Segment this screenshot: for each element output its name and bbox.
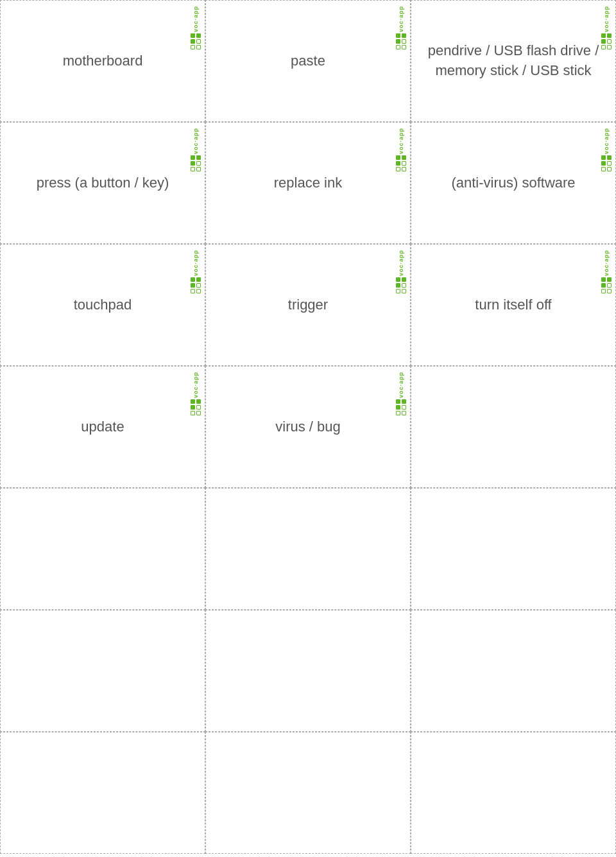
voc-badge: voc·app <box>190 372 201 415</box>
voc-badge: voc·app <box>395 6 407 49</box>
flashcard-grid: voc·appmotherboardvoc·apppastevoc·apppen… <box>0 0 616 854</box>
card-pendrive[interactable]: voc·apppendrive / USB flash drive / memo… <box>411 0 616 122</box>
card-replace-ink[interactable]: voc·appreplace ink <box>205 122 411 244</box>
card-empty-12[interactable] <box>411 366 616 488</box>
voc-badge: voc·app <box>190 128 201 171</box>
card-turn-off[interactable]: voc·appturn itself off <box>411 244 616 366</box>
voc-badge: voc·app <box>601 128 612 171</box>
card-empty-16[interactable] <box>0 610 205 732</box>
card-empty-19[interactable] <box>0 732 205 854</box>
card-paste[interactable]: voc·apppaste <box>205 0 411 122</box>
card-empty-15[interactable] <box>411 488 616 610</box>
card-motherboard[interactable]: voc·appmotherboard <box>0 0 205 122</box>
card-update[interactable]: voc·appupdate <box>0 366 205 488</box>
voc-badge: voc·app <box>601 250 612 293</box>
voc-badge: voc·app <box>190 250 201 293</box>
card-text-pendrive: pendrive / USB flash drive / memory stic… <box>424 41 603 81</box>
card-trigger[interactable]: voc·apptrigger <box>205 244 411 366</box>
card-text-trigger: trigger <box>288 295 328 315</box>
card-empty-21[interactable] <box>411 732 616 854</box>
voc-badge: voc·app <box>395 128 407 171</box>
card-text-update: update <box>81 417 124 437</box>
voc-badge: voc·app <box>190 6 201 49</box>
card-text-touchpad: touchpad <box>74 295 132 315</box>
card-empty-18[interactable] <box>411 610 616 732</box>
voc-badge: voc·app <box>395 372 407 415</box>
card-virus-bug[interactable]: voc·appvirus / bug <box>205 366 411 488</box>
card-text-antivirus: (anti-virus) software <box>451 173 575 193</box>
card-empty-17[interactable] <box>205 610 411 732</box>
card-text-press: press (a button / key) <box>37 173 169 193</box>
voc-badge: voc·app <box>395 250 407 293</box>
card-empty-13[interactable] <box>0 488 205 610</box>
card-text-virus-bug: virus / bug <box>275 417 341 437</box>
card-text-replace-ink: replace ink <box>274 173 342 193</box>
card-touchpad[interactable]: voc·apptouchpad <box>0 244 205 366</box>
card-empty-14[interactable] <box>205 488 411 610</box>
voc-badge: voc·app <box>601 6 612 49</box>
card-empty-20[interactable] <box>205 732 411 854</box>
card-text-paste: paste <box>291 51 325 71</box>
card-text-turn-off: turn itself off <box>475 295 551 315</box>
card-text-motherboard: motherboard <box>63 51 143 71</box>
card-press[interactable]: voc·apppress (a button / key) <box>0 122 205 244</box>
card-antivirus[interactable]: voc·app(anti-virus) software <box>411 122 616 244</box>
